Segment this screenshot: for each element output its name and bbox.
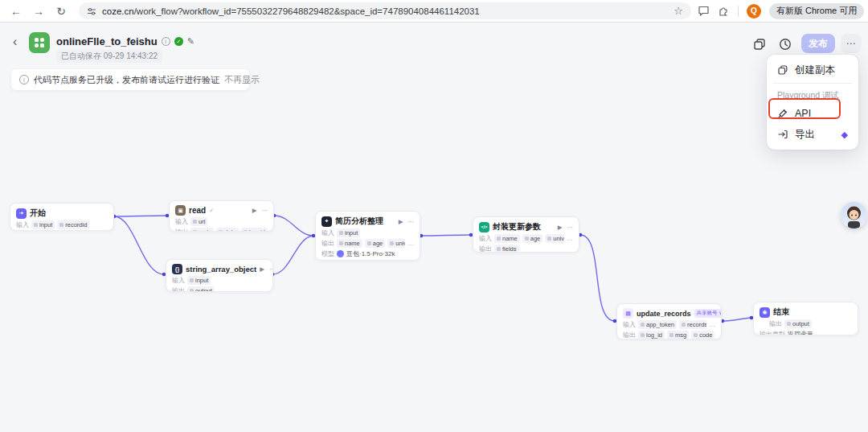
node-string-array-object[interactable]: {} string_array_object ▶⋯ 输入 input 输出 ou… (166, 259, 273, 292)
param-tags: input (337, 228, 360, 237)
param-tag: input (337, 228, 360, 237)
edge-start-read (114, 216, 167, 216)
api-plug-icon (777, 108, 788, 119)
param-tag: records (679, 320, 706, 329)
extensions-icon[interactable] (718, 5, 730, 17)
overflow-ellipsis[interactable]: … (407, 240, 414, 247)
address-bar[interactable]: coze.cn/work_flow?workflow_id=7555032279… (79, 2, 691, 19)
param-tag: app_token (638, 320, 677, 329)
node-title: 开始 (30, 208, 46, 219)
node-title: 简历分析整理 (335, 216, 383, 227)
back-button[interactable]: ‹ (13, 35, 17, 48)
bitable-node-icon: ▤ (623, 308, 633, 319)
node-more-icon[interactable]: ⋯ (262, 207, 268, 214)
browser-forward-icon[interactable]: → (31, 3, 47, 19)
run-node-icon[interactable]: ▶ (558, 224, 563, 231)
output-type-value: 返回变量 (788, 330, 813, 335)
node-read[interactable]: ▣ read ✓ ▶⋯ 输入 url 输出 codedatalog_idmsg (169, 200, 274, 232)
row-label: 技能 (321, 260, 334, 261)
workflow-app-icon (29, 32, 50, 53)
param-tag: university (387, 239, 405, 248)
info-icon[interactable]: i (162, 37, 170, 46)
param-tag: age (522, 234, 543, 243)
row-label: 输出 (623, 331, 636, 339)
history-icon[interactable] (778, 37, 792, 51)
comment-bubble-icon[interactable] (698, 5, 710, 17)
browser-reload-icon[interactable]: ↻ (53, 3, 69, 19)
edge-string-llm (272, 236, 313, 274)
row-label: 输入 (16, 220, 29, 229)
node-more-icon[interactable]: ⋯ (567, 224, 574, 231)
run-node-icon[interactable]: ▶ (399, 218, 403, 225)
chrome-update-button[interactable]: 有新版 Chrome 可用 (769, 3, 864, 19)
node-start[interactable]: ➜ 开始 输入 inputrecordid (10, 203, 114, 231)
param-tags: input (187, 276, 211, 285)
node-end[interactable]: ◉ 结束 输出 output 输出类型 返回变量 (753, 302, 858, 335)
workflow-title: onlineFlle_to_feishu (56, 35, 158, 47)
overflow-ellipsis[interactable]: … (567, 235, 573, 242)
param-tag: log_id (638, 331, 665, 339)
url-host: coze.cn (102, 6, 134, 16)
site-settings-icon[interactable] (87, 6, 96, 16)
param-tags: output (784, 319, 812, 328)
param-tag: input (187, 276, 211, 285)
edge-update-end (723, 318, 751, 321)
param-tags: inputrecordid (31, 220, 89, 229)
edge-start-string (114, 216, 164, 274)
autosave-status: 已自动保存 09-29 14:43:22 (56, 50, 162, 63)
param-tags: app_tokenrecordstable_id (638, 320, 706, 329)
node-resume-llm[interactable]: ✦ 简历分析整理 ▶⋯ 输入 input 输出 nameageuniversit… (315, 211, 420, 261)
overflow-ellipsis[interactable]: … (709, 321, 715, 328)
param-tag: code (691, 331, 714, 339)
run-node-icon[interactable]: ▶ (252, 207, 257, 214)
end-node-icon: ◉ (760, 307, 770, 318)
banner-dismiss-link[interactable]: 不再显示 (224, 74, 260, 86)
edit-title-icon[interactable]: ✎ (187, 36, 194, 47)
browser-right-cluster: Q 有新版 Chrome 可用 ⋮ (698, 3, 868, 19)
row-label: 输入 (479, 234, 492, 243)
param-tags: nameageuniversitydegree (337, 239, 405, 248)
param-tag: name (494, 234, 520, 243)
param-tag: fields (494, 245, 519, 253)
header-more-menu: 创建副本 Playground 调试 API 导出 ◆ (767, 55, 858, 150)
banner-text: 代码节点服务已升级，发布前请试运行进行验证 (34, 74, 219, 86)
menu-item-create-copy[interactable]: 创建副本 (772, 60, 854, 80)
shared-auth-badge[interactable]: 共享账号 ∨ (694, 309, 722, 318)
start-node-icon: ➜ (16, 208, 27, 219)
model-logo-icon (337, 250, 344, 257)
node-update-records[interactable]: ▤ update_records 共享账号 ∨ ▶⋯ 输入 app_tokenr… (616, 303, 722, 339)
workflow-editor-page: ← → ↻ coze.cn/work_flow?workflow_id=7555… (0, 0, 868, 432)
row-label: 输入 (623, 320, 636, 329)
row-label: 输入 (321, 228, 334, 237)
param-tag: url (190, 217, 207, 226)
browser-profile-avatar[interactable]: Q (747, 4, 761, 19)
url-path: /work_flow?workflow_id=75550322796488294… (134, 6, 480, 16)
workflow-title-row: onlineFlle_to_feishu i ✓ ✎ (56, 35, 194, 47)
plugin-node-icon: ▣ (175, 205, 186, 216)
node-more-icon[interactable]: ⋯ (269, 265, 273, 273)
menu-label: 导出 (795, 128, 815, 142)
header-more-button[interactable]: ⋯ (841, 34, 862, 53)
node-more-icon[interactable]: ⋯ (408, 218, 415, 225)
node-title: read (189, 206, 206, 215)
menu-section-playground: Playground 调试 (772, 86, 854, 103)
menu-item-api[interactable]: API (772, 103, 854, 124)
param-tag: output (187, 286, 215, 292)
bookmark-star-icon[interactable]: ☆ (674, 5, 683, 17)
run-node-icon[interactable]: ▶ (260, 265, 264, 273)
param-tags: codedatalog_idmsg (190, 228, 268, 232)
param-tag: university (545, 234, 564, 243)
row-label: 输入 (172, 276, 185, 285)
browser-back-icon[interactable]: ← (8, 3, 24, 19)
node-title: 封装更新参数 (493, 221, 541, 232)
menu-item-export[interactable]: 导出 ◆ (772, 124, 854, 145)
publish-button[interactable]: 发布 (801, 34, 835, 53)
row-label: 输出 (175, 228, 188, 232)
param-tag: input (31, 220, 55, 229)
param-tag: recordid (57, 220, 89, 229)
assistant-avatar[interactable] (841, 202, 867, 228)
node-title: string_array_object (186, 265, 256, 274)
duplicate-icon[interactable] (752, 37, 767, 51)
status-check-icon: ✓ (174, 37, 183, 46)
node-wrap-params[interactable]: </> 封装更新参数 ▶⋯ 输入 nameageuniversitydegree… (473, 216, 579, 253)
